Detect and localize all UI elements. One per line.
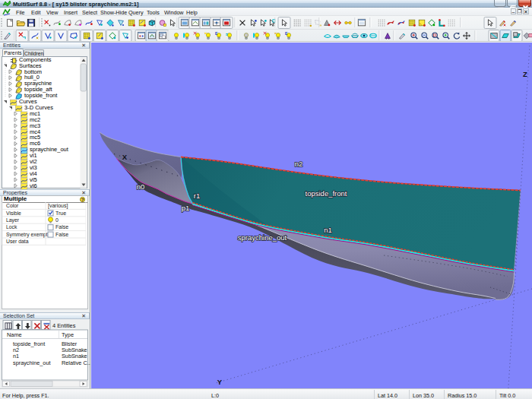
svg-text:E: E xyxy=(215,31,218,36)
svg-text:Relative C...: Relative C... xyxy=(62,359,90,366)
svg-text:Y: Y xyxy=(217,378,223,386)
svg-text:spraychine_out: spraychine_out xyxy=(238,233,287,242)
svg-text:E: E xyxy=(285,31,288,36)
svg-text:Z: Z xyxy=(523,70,527,78)
svg-text:p1: p1 xyxy=(182,204,190,212)
svg-text:Type: Type xyxy=(62,331,74,338)
svg-text:4 Entities: 4 Entities xyxy=(52,322,76,329)
svg-text:r1: r1 xyxy=(194,192,200,200)
svg-text:X: X xyxy=(122,153,128,161)
svg-text:n1: n1 xyxy=(324,226,332,234)
svg-text:n0: n0 xyxy=(137,182,145,191)
svg-text:Name: Name xyxy=(7,331,22,338)
svg-text:topside_front: topside_front xyxy=(306,189,347,198)
svg-text:n2: n2 xyxy=(295,160,303,168)
svg-text:spraychine_out: spraychine_out xyxy=(13,359,51,366)
